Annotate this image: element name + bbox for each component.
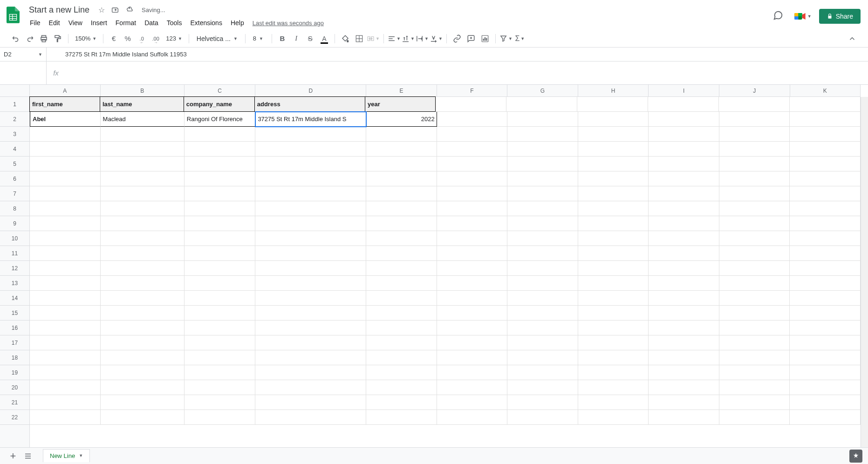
cell[interactable] <box>649 261 719 276</box>
row-header[interactable]: 5 <box>0 157 29 171</box>
cell[interactable] <box>437 321 508 335</box>
cell[interactable] <box>255 201 366 216</box>
cell[interactable] <box>507 335 578 350</box>
cell[interactable] <box>507 216 578 231</box>
cell[interactable] <box>507 291 578 306</box>
cell[interactable] <box>790 216 861 231</box>
row-header[interactable]: 16 <box>0 321 29 335</box>
cell[interactable] <box>255 171 366 186</box>
cell[interactable] <box>719 127 790 142</box>
row-header[interactable]: 13 <box>0 276 29 291</box>
cell[interactable] <box>719 306 790 321</box>
cell[interactable] <box>649 380 719 395</box>
percent-icon[interactable]: % <box>121 32 134 45</box>
menu-insert[interactable]: Insert <box>87 17 111 28</box>
column-header[interactable]: H <box>578 85 649 96</box>
cell[interactable] <box>577 97 648 112</box>
cell[interactable]: 2022 <box>366 112 437 127</box>
cell[interactable] <box>30 246 101 261</box>
font-select[interactable]: Helvetica ...▼ <box>193 34 241 43</box>
cell[interactable] <box>719 246 790 261</box>
cell[interactable] <box>101 186 185 201</box>
cell[interactable] <box>790 380 861 395</box>
cell[interactable] <box>578 246 649 261</box>
borders-icon[interactable] <box>353 32 366 45</box>
cell[interactable] <box>101 216 185 231</box>
cell[interactable]: Maclead <box>101 112 185 127</box>
cell[interactable] <box>578 127 649 142</box>
cell[interactable] <box>30 186 101 201</box>
cell[interactable] <box>578 365 649 380</box>
all-sheets-button[interactable] <box>21 449 35 464</box>
cell[interactable] <box>101 246 185 261</box>
column-header[interactable]: J <box>719 85 790 96</box>
cell[interactable] <box>578 201 649 216</box>
bold-icon[interactable]: B <box>276 32 289 45</box>
cell[interactable] <box>649 142 719 157</box>
cell[interactable] <box>578 142 649 157</box>
cell[interactable] <box>790 186 861 201</box>
row-header[interactable]: 20 <box>0 380 29 395</box>
cell[interactable] <box>790 276 861 291</box>
cell[interactable] <box>719 261 790 276</box>
cell[interactable] <box>790 261 861 276</box>
cell[interactable] <box>649 246 719 261</box>
cell[interactable] <box>255 335 366 350</box>
cell[interactable] <box>366 410 437 425</box>
cell[interactable] <box>437 276 508 291</box>
cell[interactable] <box>185 291 256 306</box>
cell[interactable] <box>649 395 719 410</box>
cell[interactable] <box>366 335 437 350</box>
cell[interactable] <box>437 335 508 350</box>
vertical-align-icon[interactable]: ▼ <box>402 32 415 45</box>
menu-edit[interactable]: Edit <box>45 17 64 28</box>
cell[interactable] <box>649 321 719 335</box>
cell[interactable] <box>366 365 437 380</box>
cell[interactable] <box>101 291 185 306</box>
cell[interactable] <box>101 127 185 142</box>
cell[interactable] <box>507 321 578 335</box>
row-header[interactable]: 4 <box>0 142 29 157</box>
cell[interactable] <box>507 142 578 157</box>
name-box[interactable]: D2▼ <box>0 48 47 61</box>
cell[interactable] <box>790 142 861 157</box>
currency-icon[interactable]: € <box>107 32 120 45</box>
cell[interactable] <box>30 395 101 410</box>
sheet-tab[interactable]: New Line▼ <box>43 449 90 462</box>
cell[interactable] <box>719 410 790 425</box>
cell[interactable]: first_name <box>29 96 100 112</box>
cell[interactable] <box>719 380 790 395</box>
row-header[interactable]: 8 <box>0 201 29 216</box>
cell[interactable] <box>255 276 366 291</box>
cell[interactable] <box>649 306 719 321</box>
cell[interactable] <box>507 380 578 395</box>
cell[interactable] <box>366 321 437 335</box>
cell[interactable] <box>719 395 790 410</box>
strikethrough-icon[interactable]: S <box>304 32 317 45</box>
cell[interactable] <box>101 231 185 246</box>
cell[interactable] <box>507 306 578 321</box>
cell[interactable] <box>719 171 790 186</box>
sheets-logo[interactable] <box>4 6 22 24</box>
cell[interactable] <box>649 410 719 425</box>
cell[interactable] <box>790 321 861 335</box>
cell[interactable] <box>719 186 790 201</box>
text-rotation-icon[interactable]: ▼ <box>430 32 443 45</box>
cell[interactable] <box>649 186 719 201</box>
functions-icon[interactable]: Σ▼ <box>513 32 526 45</box>
cell[interactable] <box>507 261 578 276</box>
cell[interactable] <box>255 216 366 231</box>
cell[interactable] <box>101 171 185 186</box>
cell[interactable] <box>719 231 790 246</box>
menu-extensions[interactable]: Extensions <box>186 17 226 28</box>
cell[interactable] <box>507 157 578 171</box>
cell[interactable] <box>507 171 578 186</box>
column-header[interactable]: D <box>255 85 366 96</box>
cell[interactable] <box>185 216 256 231</box>
row-header[interactable]: 7 <box>0 186 29 201</box>
cell[interactable] <box>101 321 185 335</box>
cell[interactable] <box>578 321 649 335</box>
insert-link-icon[interactable] <box>451 32 464 45</box>
horizontal-align-icon[interactable]: ▼ <box>388 32 401 45</box>
cell[interactable] <box>185 321 256 335</box>
